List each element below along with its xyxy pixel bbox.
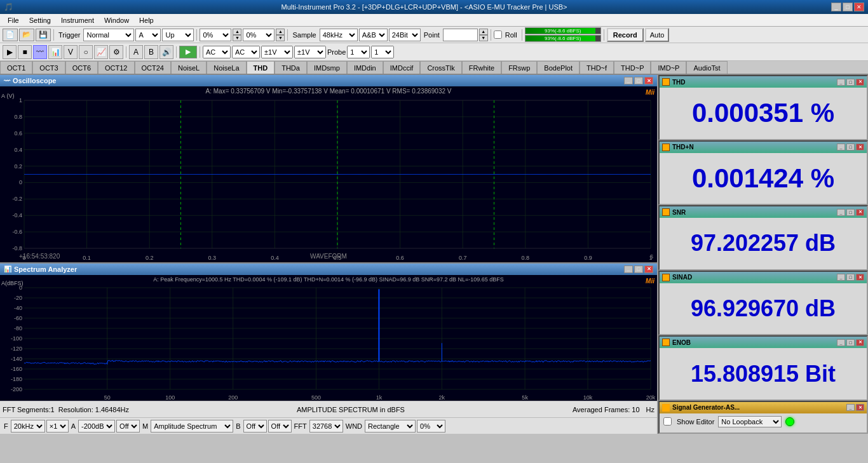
menu-setting[interactable]: Setting bbox=[24, 15, 56, 25]
snr-maximize[interactable]: □ bbox=[846, 209, 855, 216]
tab-noisел[interactable]: NoiseL bbox=[171, 61, 207, 74]
menu-window[interactable]: Window bbox=[99, 15, 134, 25]
off-select[interactable]: Off On bbox=[268, 420, 292, 433]
mode-select[interactable]: Amplitude Spectrum Power Spectrum bbox=[151, 420, 233, 433]
icon-a-ch[interactable]: A bbox=[129, 45, 143, 59]
tab-imdp[interactable]: IMD~P bbox=[651, 61, 686, 74]
percent-select[interactable]: 0% 25% 50% bbox=[417, 420, 445, 433]
sinad-close[interactable]: ✕ bbox=[856, 274, 864, 281]
enob-maximize[interactable]: □ bbox=[846, 339, 855, 346]
icon-oscilloscope[interactable]: 〰 bbox=[33, 45, 47, 59]
tab-bodeplot[interactable]: BodePlot bbox=[537, 61, 580, 74]
save-button[interactable]: 💾 bbox=[36, 29, 51, 41]
tab-oct3[interactable]: OCT3 bbox=[32, 61, 65, 74]
spectrum-plot[interactable]: Mii A: Peak Frequency=1000.5 Hz THD=0.00… bbox=[0, 275, 657, 401]
snr-close[interactable]: ✕ bbox=[856, 209, 864, 216]
spec-minimize-btn[interactable]: _ bbox=[624, 265, 633, 273]
loopback-select[interactable]: No Loopback Loopback bbox=[718, 416, 782, 427]
icon-stop[interactable]: ■ bbox=[18, 45, 32, 59]
point-up[interactable]: ▲ bbox=[479, 29, 488, 35]
enob-close[interactable]: ✕ bbox=[856, 339, 864, 346]
tab-frwhite[interactable]: FRwhite bbox=[462, 61, 501, 74]
probe-select2[interactable]: 1 10 bbox=[371, 46, 394, 58]
offset1-down[interactable]: ▼ bbox=[233, 35, 241, 41]
tab-imddin[interactable]: IMDdin bbox=[347, 61, 383, 74]
offset2-down[interactable]: ▼ bbox=[276, 35, 285, 41]
minimize-button[interactable]: _ bbox=[831, 3, 841, 11]
range-select2[interactable]: ±1V ±10V bbox=[294, 46, 326, 58]
record-button[interactable]: Record bbox=[607, 28, 644, 42]
amp-select[interactable]: -200dB -100dB bbox=[78, 420, 115, 433]
oscilloscope-plot[interactable]: Mii A: Max= 0.33756709 V Min=-0.33757138… bbox=[0, 86, 657, 262]
sample-rate-select[interactable]: 48kHz 44.1kHz 96kHz bbox=[320, 29, 358, 41]
tab-imdccif[interactable]: IMDccif bbox=[383, 61, 421, 74]
trigger-mode-select[interactable]: Normal Auto Single bbox=[83, 29, 134, 41]
tab-oct12[interactable]: OCT12 bbox=[98, 61, 134, 74]
tab-thda[interactable]: THDa bbox=[275, 61, 307, 74]
point-input[interactable]: 48000 bbox=[443, 29, 478, 41]
thd-maximize[interactable]: □ bbox=[846, 79, 855, 86]
icon-b-ch[interactable]: B bbox=[144, 45, 158, 59]
icon-speaker[interactable]: 🔊 bbox=[159, 45, 173, 59]
fft-select[interactable]: 32768 65536 16384 bbox=[309, 420, 343, 433]
osc-minimize-btn[interactable]: _ bbox=[624, 77, 633, 84]
icon-settings[interactable]: ⚙ bbox=[109, 45, 123, 59]
probe-select1[interactable]: 1 10 bbox=[347, 46, 370, 58]
icon-datalogger[interactable]: 📈 bbox=[94, 45, 108, 59]
mult-select[interactable]: ×1 ×2 bbox=[46, 420, 69, 433]
icon-lissajous[interactable]: ○ bbox=[79, 45, 93, 59]
osc-close-btn[interactable]: ✕ bbox=[644, 77, 653, 84]
siggen-minimize[interactable]: _ bbox=[846, 404, 855, 411]
icon-voltmeter[interactable]: V bbox=[64, 45, 78, 59]
point-down[interactable]: ▼ bbox=[479, 35, 488, 41]
thd-minimize[interactable]: _ bbox=[837, 79, 845, 86]
tab-oct24[interactable]: OCT24 bbox=[135, 61, 171, 74]
spec-close-btn[interactable]: ✕ bbox=[644, 265, 653, 273]
tab-thdf[interactable]: THD~f bbox=[580, 61, 614, 74]
show-editor-checkbox[interactable] bbox=[663, 417, 672, 426]
bits-select[interactable]: 24Bit 16Bit bbox=[389, 29, 421, 41]
offset1-select[interactable]: 0% bbox=[200, 29, 231, 41]
tab-frswp[interactable]: FRswp bbox=[501, 61, 537, 74]
freq-select[interactable]: 20kHz 10kHz bbox=[11, 420, 45, 433]
icon-spectrum[interactable]: 📊 bbox=[48, 45, 62, 59]
osc-maximize-btn[interactable]: □ bbox=[634, 77, 643, 84]
spec-maximize-btn[interactable]: □ bbox=[634, 265, 643, 273]
tab-thd[interactable]: THD bbox=[247, 61, 275, 74]
menu-file[interactable]: File bbox=[3, 15, 24, 25]
tab-oct1[interactable]: OCT1 bbox=[0, 61, 32, 74]
tab-noisela[interactable]: NoiseLa bbox=[207, 61, 246, 74]
thd-close[interactable]: ✕ bbox=[856, 79, 864, 86]
ac-dc-select1[interactable]: AC DC bbox=[203, 46, 231, 58]
close-button[interactable]: ✕ bbox=[854, 3, 864, 11]
tab-imdsmp[interactable]: IMDsmp bbox=[307, 61, 347, 74]
icon-run[interactable]: ▶ bbox=[179, 46, 197, 58]
maximize-button[interactable]: □ bbox=[843, 3, 853, 11]
open-button[interactable]: 📂 bbox=[19, 29, 34, 41]
thdn-close[interactable]: ✕ bbox=[856, 144, 864, 151]
enob-minimize[interactable]: _ bbox=[837, 339, 845, 346]
menu-instrument[interactable]: Instrument bbox=[56, 15, 99, 25]
offset2-up[interactable]: ▲ bbox=[276, 29, 285, 35]
range-select1[interactable]: ±1V ±10V bbox=[261, 46, 293, 58]
sinad-maximize[interactable]: □ bbox=[846, 274, 855, 281]
snr-minimize[interactable]: _ bbox=[837, 209, 845, 216]
thdn-minimize[interactable]: _ bbox=[837, 144, 845, 151]
new-button[interactable]: 📄 bbox=[3, 29, 18, 41]
tab-oct6[interactable]: OCT6 bbox=[65, 61, 98, 74]
offset1-up[interactable]: ▲ bbox=[233, 29, 241, 35]
tab-crosstlk[interactable]: CrossTlk bbox=[420, 61, 461, 74]
sinad-minimize[interactable]: _ bbox=[837, 274, 845, 281]
wnd-select[interactable]: Rectangle Hann Blackman bbox=[365, 420, 416, 433]
siggen-close[interactable]: ✕ bbox=[856, 404, 864, 411]
auto-button[interactable]: Auto bbox=[645, 28, 670, 42]
trigger-direction-select[interactable]: Up Down bbox=[162, 29, 194, 41]
b-select[interactable]: Off On bbox=[243, 420, 267, 433]
roll-checkbox[interactable] bbox=[494, 30, 502, 39]
tab-thdp[interactable]: THD~P bbox=[614, 61, 651, 74]
thdn-maximize[interactable]: □ bbox=[846, 144, 855, 151]
ac-dc-select2[interactable]: AC DC bbox=[232, 46, 260, 58]
tab-audiotst[interactable]: AudioTst bbox=[686, 61, 727, 74]
offset2-select[interactable]: 0% bbox=[243, 29, 275, 41]
switch-select[interactable]: Off On bbox=[116, 420, 140, 433]
